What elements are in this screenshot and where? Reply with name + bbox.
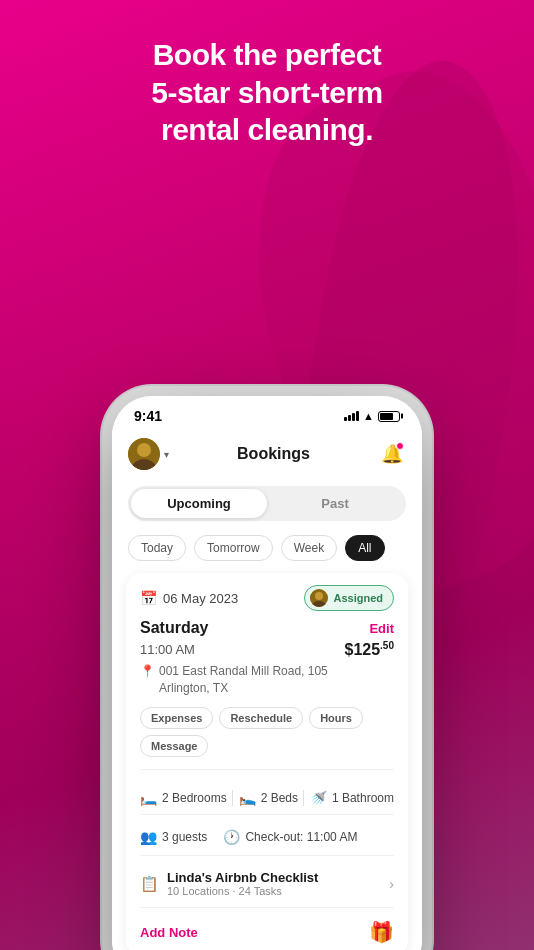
checklist-info: 📋 Linda's Airbnb Checklist 10 Locations …	[140, 870, 318, 897]
bedrooms-text: 2 Bedrooms	[162, 791, 227, 805]
assigned-badge: Assigned	[304, 585, 394, 611]
bedrooms-detail: 🛏️ 2 Bedrooms	[140, 790, 227, 806]
hero-line3: rental cleaning.	[30, 111, 504, 149]
badge-avatar	[310, 589, 328, 607]
page-title: Bookings	[237, 445, 310, 463]
checklist-row[interactable]: 📋 Linda's Airbnb Checklist 10 Locations …	[140, 864, 394, 908]
booking-date: 06 May 2023	[163, 591, 238, 606]
booking-date-row: 📅 06 May 2023	[140, 590, 238, 606]
status-bar: 9:41 ▲	[112, 396, 422, 430]
time-price-row: 11:00 AM $125.50	[140, 640, 394, 659]
address-line2: Arlington, TX	[159, 680, 328, 697]
gift-icon: 🎁	[369, 920, 394, 944]
phone-frame: 9:41 ▲	[112, 396, 422, 950]
filter-row: Today Tomorrow Week All	[112, 531, 422, 573]
guests-item: 👥 3 guests	[140, 829, 207, 845]
expenses-button[interactable]: Expenses	[140, 707, 213, 729]
card-header: 📅 06 May 2023 Assigned	[140, 585, 394, 611]
add-note-button[interactable]: Add Note	[140, 925, 198, 940]
guests-checkout-row: 👥 3 guests 🕐 Check-out: 11:00 AM	[140, 823, 394, 856]
checklist-icon: 📋	[140, 875, 159, 893]
booking-tabs: Upcoming Past	[128, 486, 406, 521]
app-screen: ▾ Bookings 🔔 Upcoming Past	[112, 430, 422, 950]
checklist-subtitle: 10 Locations · 24 Tasks	[167, 885, 318, 897]
svg-point-4	[315, 592, 323, 600]
clock-icon: 🕐	[223, 829, 240, 845]
add-note-row: Add Note 🎁	[140, 916, 394, 944]
svg-point-1	[137, 443, 151, 457]
wifi-icon: ▲	[363, 410, 374, 422]
app-header: ▾ Bookings 🔔	[112, 430, 422, 480]
tabs-container: Upcoming Past	[112, 480, 422, 531]
hero-section: Book the perfect 5-star short-term renta…	[0, 0, 534, 169]
calendar-icon: 📅	[140, 590, 157, 606]
checklist-title: Linda's Airbnb Checklist	[167, 870, 318, 885]
filter-all[interactable]: All	[345, 535, 384, 561]
beds-text: 2 Beds	[261, 791, 298, 805]
tab-upcoming[interactable]: Upcoming	[131, 489, 267, 518]
edit-button[interactable]: Edit	[369, 621, 394, 636]
reschedule-button[interactable]: Reschedule	[219, 707, 303, 729]
status-icons: ▲	[344, 410, 400, 422]
address-line1: 001 East Randal Mill Road, 105	[159, 663, 328, 680]
divider2	[303, 790, 304, 806]
property-details: 🛏️ 2 Bedrooms 🛌 2 Beds 🚿 1 Bathroom	[140, 782, 394, 815]
bedroom-icon: 🛏️	[140, 790, 157, 806]
checkout-text: Check-out: 11:00 AM	[245, 830, 357, 844]
bathrooms-detail: 🚿 1 Bathroom	[310, 790, 394, 806]
filter-tomorrow[interactable]: Tomorrow	[194, 535, 273, 561]
notification-dot	[396, 442, 404, 450]
location-icon: 📍	[140, 664, 155, 678]
action-buttons: Expenses Reschedule Hours Message	[140, 707, 394, 770]
message-button[interactable]: Message	[140, 735, 208, 757]
hours-button[interactable]: Hours	[309, 707, 363, 729]
avatar	[128, 438, 160, 470]
address-row: 📍 001 East Randal Mill Road, 105 Arlingt…	[140, 663, 394, 697]
status-badge: Assigned	[333, 592, 383, 604]
chevron-right-icon: ›	[389, 876, 394, 892]
battery-icon	[378, 411, 400, 422]
hero-line2: 5-star short-term	[30, 74, 504, 112]
user-avatar-button[interactable]: ▾	[128, 438, 169, 470]
status-time: 9:41	[134, 408, 162, 424]
guests-icon: 👥	[140, 829, 157, 845]
notification-bell-button[interactable]: 🔔	[378, 440, 406, 468]
divider	[232, 790, 233, 806]
beds-detail: 🛌 2 Beds	[239, 790, 298, 806]
day-edit-row: Saturday Edit	[140, 619, 394, 637]
booking-day: Saturday	[140, 619, 208, 637]
booking-time: 11:00 AM	[140, 642, 195, 657]
hero-line1: Book the perfect	[30, 36, 504, 74]
booking-card: 📅 06 May 2023 Assigned	[126, 573, 408, 950]
avatar-image	[128, 438, 160, 470]
bathroom-icon: 🚿	[310, 790, 327, 806]
signal-icon	[344, 411, 359, 421]
chevron-down-icon: ▾	[164, 449, 169, 460]
guests-text: 3 guests	[162, 830, 207, 844]
bathrooms-text: 1 Bathroom	[332, 791, 394, 805]
address-text: 001 East Randal Mill Road, 105 Arlington…	[159, 663, 328, 697]
filter-today[interactable]: Today	[128, 535, 186, 561]
phone-mockup: 9:41 ▲	[112, 396, 422, 950]
tab-past[interactable]: Past	[267, 489, 403, 518]
booking-price: $125.50	[345, 640, 395, 659]
bed-icon: 🛌	[239, 790, 256, 806]
filter-week[interactable]: Week	[281, 535, 337, 561]
checkout-item: 🕐 Check-out: 11:00 AM	[223, 829, 357, 845]
